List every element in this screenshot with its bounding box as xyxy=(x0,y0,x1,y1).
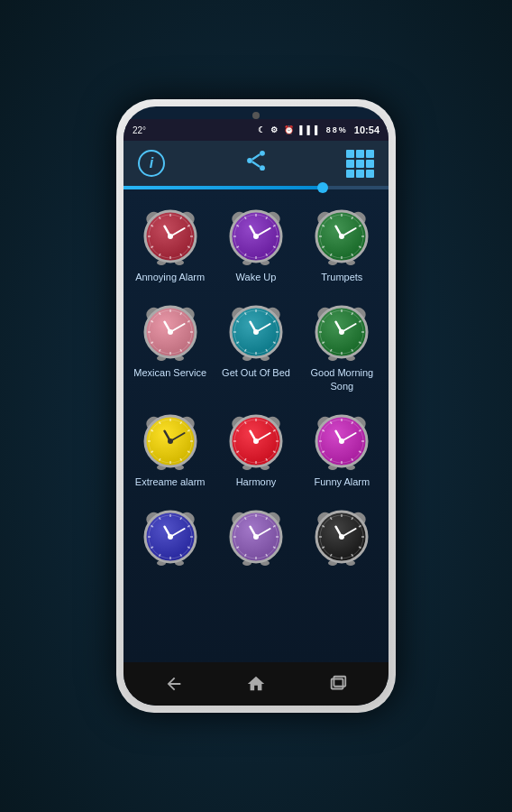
status-left: 22° xyxy=(133,125,146,135)
slider-bar[interactable] xyxy=(123,186,389,189)
alarm-grid: Annoying AlarmWake UpTrumpetsMexican Ser… xyxy=(129,197,383,577)
alarm-label-8: Harmony xyxy=(236,475,277,488)
info-button[interactable]: i xyxy=(138,150,165,177)
alarm-item-11[interactable] xyxy=(215,497,297,577)
alarm-item-1[interactable]: Annoying Alarm xyxy=(129,197,211,289)
clock-svg-11 xyxy=(225,503,287,567)
clock-svg-4 xyxy=(140,298,201,363)
svg-point-235 xyxy=(253,534,259,540)
svg-point-25 xyxy=(168,234,173,239)
alarm-label-6: Good Morning Song xyxy=(305,366,379,392)
clock-svg-12 xyxy=(311,503,372,567)
alarm-label-1: Annoying Alarm xyxy=(135,271,205,283)
alarm-label-9: Funny Alarm xyxy=(314,475,370,488)
status-bar: 22° ☾ ⚙ ⏰ ▌▌▌ 88% 10:54 xyxy=(123,119,389,141)
clock-svg-9 xyxy=(311,407,372,472)
clock-svg-1 xyxy=(140,202,201,267)
svg-point-2 xyxy=(260,165,265,171)
clock-svg-7 xyxy=(140,407,201,472)
svg-point-67 xyxy=(339,234,344,239)
clock-svg-5 xyxy=(225,298,287,363)
svg-line-4 xyxy=(251,161,259,167)
svg-point-88 xyxy=(168,329,173,335)
svg-point-256 xyxy=(339,534,344,540)
svg-point-0 xyxy=(260,151,265,156)
svg-point-130 xyxy=(339,329,344,335)
svg-point-214 xyxy=(168,534,173,540)
content-area: Annoying AlarmWake UpTrumpetsMexican Ser… xyxy=(123,189,389,662)
clock-svg-6 xyxy=(311,298,372,363)
phone-frame: 22° ☾ ⚙ ⏰ ▌▌▌ 88% 10:54 i xyxy=(116,99,396,713)
top-bar: i xyxy=(123,141,389,186)
alarm-item-6[interactable]: Good Morning Song xyxy=(301,292,383,398)
alarm-item-12[interactable] xyxy=(301,497,383,577)
clock-svg-8 xyxy=(225,407,287,472)
alarm-item-7[interactable]: Extreame alarm xyxy=(129,401,211,494)
alarm-label-4: Mexican Service xyxy=(133,366,206,379)
alarm-label-7: Extreame alarm xyxy=(135,475,206,488)
alarm-item-4[interactable]: Mexican Service xyxy=(129,292,211,398)
recent-button[interactable] xyxy=(320,671,356,697)
grid-button[interactable] xyxy=(346,150,374,178)
status-temp: 22° xyxy=(133,125,146,135)
svg-point-172 xyxy=(253,438,259,444)
svg-point-151 xyxy=(168,438,173,444)
status-icons: ☾ ⚙ ⏰ ▌▌▌ 88% xyxy=(258,125,348,134)
alarm-label-5: Get Out Of Bed xyxy=(222,366,290,379)
home-button[interactable] xyxy=(238,671,274,697)
alarm-label-3: Trumpets xyxy=(321,271,362,283)
svg-line-3 xyxy=(251,154,259,160)
svg-point-1 xyxy=(247,158,252,163)
phone-screen: 22° ☾ ⚙ ⏰ ▌▌▌ 88% 10:54 i xyxy=(123,106,389,706)
alarm-item-9[interactable]: Funny Alarm xyxy=(301,401,383,494)
svg-point-193 xyxy=(339,438,344,444)
clock-svg-2 xyxy=(225,202,287,267)
status-right: ☾ ⚙ ⏰ ▌▌▌ 88% 10:54 xyxy=(258,125,379,135)
alarm-item-10[interactable] xyxy=(129,497,211,577)
status-time: 10:54 xyxy=(354,125,379,135)
svg-point-46 xyxy=(253,234,259,239)
back-button[interactable] xyxy=(156,671,192,697)
alarm-item-3[interactable]: Trumpets xyxy=(301,197,383,289)
front-camera xyxy=(252,112,260,119)
bottom-nav xyxy=(123,662,389,706)
alarm-item-5[interactable]: Get Out Of Bed xyxy=(215,292,297,398)
clock-svg-10 xyxy=(140,503,201,567)
share-button[interactable] xyxy=(243,148,269,179)
svg-point-109 xyxy=(253,329,259,335)
clock-svg-3 xyxy=(311,202,372,267)
alarm-item-2[interactable]: Wake Up xyxy=(215,197,297,289)
alarm-item-8[interactable]: Harmony xyxy=(215,401,297,494)
alarm-label-2: Wake Up xyxy=(236,271,277,283)
